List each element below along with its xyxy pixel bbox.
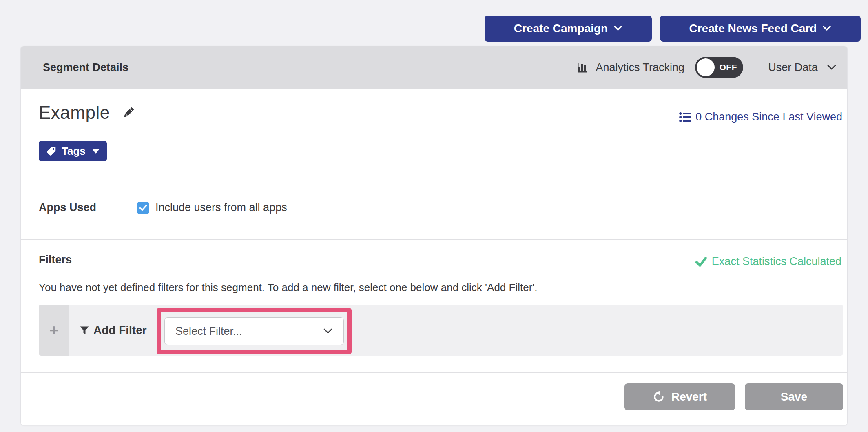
- checkmark-icon: [139, 205, 147, 211]
- filters-section: Filters Exact Statistics Calculated You …: [21, 240, 847, 373]
- card-header: Segment Details: [21, 46, 847, 89]
- changes-link-label: 0 Changes Since Last Viewed: [695, 111, 842, 123]
- card-footer: Revert Save: [21, 373, 847, 425]
- revert-button-label: Revert: [671, 390, 707, 403]
- add-filter-label-group: Add Filter: [80, 305, 147, 356]
- apps-used-section: Apps Used Include users from all apps: [21, 176, 847, 240]
- analytics-tracking-toggle[interactable]: OFF: [695, 57, 743, 78]
- add-filter-plus-button[interactable]: +: [39, 305, 69, 356]
- filter-select-placeholder: Select Filter...: [175, 325, 242, 338]
- toggle-knob: [697, 58, 715, 76]
- revert-icon: [653, 391, 665, 403]
- chevron-down-icon: [613, 25, 622, 32]
- exact-statistics-status: Exact Statistics Calculated: [695, 255, 841, 268]
- changes-since-last-viewed-link[interactable]: 0 Changes Since Last Viewed: [679, 111, 842, 123]
- plus-icon: +: [49, 323, 58, 338]
- top-actions: Create Campaign Create News Feed Card: [485, 16, 861, 42]
- header-right: Analytics Tracking OFF User Data: [562, 46, 847, 89]
- user-data-dropdown[interactable]: User Data: [757, 46, 847, 89]
- add-filter-row: + Add Filter Select Filter...: [39, 305, 843, 356]
- chevron-down-icon: [323, 328, 333, 334]
- create-news-feed-card-label: Create News Feed Card: [689, 22, 817, 35]
- save-button[interactable]: Save: [745, 383, 843, 410]
- filter-select[interactable]: Select Filter...: [164, 317, 344, 345]
- segment-details-card: Segment Details: [20, 46, 848, 425]
- funnel-icon: [80, 325, 89, 335]
- segment-name: Example: [39, 102, 110, 123]
- apps-used-label: Apps Used: [39, 201, 137, 214]
- add-filter-label: Add Filter: [93, 324, 147, 337]
- include-all-apps-checkbox[interactable]: [137, 202, 149, 214]
- tags-button[interactable]: Tags: [39, 141, 107, 161]
- edit-pencil-icon[interactable]: [122, 106, 135, 120]
- user-data-label: User Data: [768, 61, 818, 74]
- create-news-feed-card-button[interactable]: Create News Feed Card: [660, 16, 861, 42]
- segment-details-screen: Create Campaign Create News Feed Card Se…: [0, 0, 868, 432]
- analytics-tracking-control: Analytics Tracking OFF: [562, 46, 757, 89]
- page-title: Segment Details: [43, 61, 128, 74]
- toggle-state-label: OFF: [720, 62, 737, 72]
- include-all-apps-label: Include users from all apps: [155, 201, 287, 214]
- analytics-tracking-label: Analytics Tracking: [596, 61, 684, 74]
- revert-button[interactable]: Revert: [624, 383, 735, 410]
- tags-button-label: Tags: [62, 145, 86, 158]
- bar-chart-icon: [576, 61, 589, 74]
- check-icon: [695, 257, 707, 267]
- segment-name-section: Example: [21, 89, 847, 176]
- filters-empty-message: You have not yet defined filters for thi…: [39, 281, 538, 294]
- tag-icon: [46, 146, 57, 156]
- chevron-down-icon: [827, 64, 837, 71]
- exact-statistics-label: Exact Statistics Calculated: [712, 255, 841, 268]
- filter-select-highlight: Select Filter...: [157, 308, 352, 354]
- chevron-down-icon: [822, 25, 831, 32]
- create-campaign-label: Create Campaign: [514, 22, 608, 35]
- list-icon: [679, 112, 691, 122]
- caret-down-icon: [92, 149, 100, 154]
- filters-title: Filters: [39, 254, 72, 266]
- create-campaign-button[interactable]: Create Campaign: [485, 16, 652, 42]
- save-button-label: Save: [781, 390, 807, 403]
